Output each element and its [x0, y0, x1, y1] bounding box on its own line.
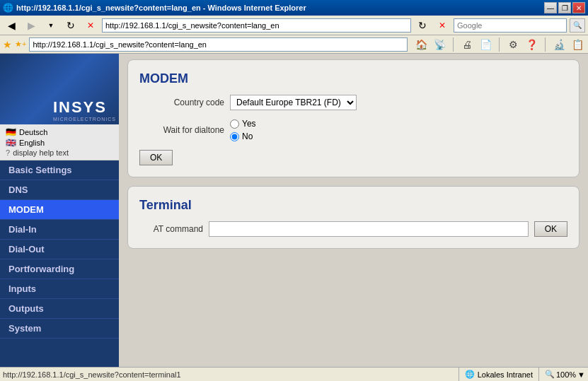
tools-icon[interactable]: ⚙: [505, 37, 521, 52]
stop-address-button[interactable]: ✕: [434, 18, 451, 33]
window-controls: — ❐ ✕: [544, 2, 585, 13]
address-bar[interactable]: http://192.168.1.1/cgi_s_newsite?content…: [102, 18, 411, 33]
no-radio[interactable]: [230, 132, 239, 141]
refresh-button[interactable]: ↻: [62, 18, 79, 33]
content-area: MODEM Country code Default Europe TBR21 …: [119, 54, 588, 367]
refresh-address-button[interactable]: ↻: [414, 18, 431, 33]
minimize-button[interactable]: —: [544, 2, 557, 13]
status-url: http://192.168.1.1/cgi_s_newsite?content…: [3, 370, 453, 379]
zoom-dropdown-icon[interactable]: ▼: [577, 370, 585, 379]
modem-ok-button[interactable]: OK: [139, 150, 173, 165]
modem-title: MODEM: [139, 71, 567, 86]
language-area: 🇩🇪 Deutsch 🇬🇧 English ? display help tex…: [0, 124, 119, 160]
sidebar-header: INSYS MICROELECTRONICS: [0, 54, 119, 124]
address-bar-row: http://192.168.1.1/cgi_s_newsite?content…: [102, 18, 585, 33]
stop-button[interactable]: ✕: [82, 18, 99, 33]
status-bar: http://192.168.1.1/cgi_s_newsite?content…: [0, 367, 588, 381]
sidebar-item-dns[interactable]: DNS: [0, 180, 119, 200]
zone-icon: 🌐: [465, 370, 475, 379]
display-help[interactable]: ? display help text: [6, 148, 113, 157]
favorites-star[interactable]: ★: [3, 39, 12, 50]
sidebar-item-portforwarding[interactable]: Portforwarding: [0, 259, 119, 279]
wait-dialtone-row: Wait for dialtone Yes No: [139, 119, 567, 141]
extra-icon[interactable]: 📋: [570, 37, 585, 52]
window-title: http://192.168.1.1/cgi_s_newsite?content…: [16, 4, 544, 12]
terminal-panel: Terminal AT command OK: [127, 186, 580, 249]
yes-radio[interactable]: [230, 119, 239, 129]
browser-icon: 🌐: [3, 3, 13, 13]
zoom-label: 100%: [556, 370, 576, 379]
at-command-input[interactable]: [209, 221, 529, 237]
no-radio-label[interactable]: No: [230, 131, 256, 141]
english-lang[interactable]: 🇬🇧 English: [6, 138, 113, 148]
terminal-title: Terminal: [139, 198, 567, 213]
sidebar-item-dial-out[interactable]: Dial-Out: [0, 240, 119, 259]
at-command-label: AT command: [139, 224, 203, 234]
add-favorites[interactable]: ★+: [15, 40, 26, 49]
toolbar-icons: 🏠 📡 🖨 📄 ⚙ ❓ 🔬 📋: [413, 37, 585, 52]
status-zone: 🌐 Lokales Intranet: [459, 368, 533, 381]
yes-label: Yes: [242, 119, 256, 129]
forward-button[interactable]: ▶: [23, 18, 40, 33]
sidebar-item-inputs[interactable]: Inputs: [0, 279, 119, 299]
page-icon[interactable]: 📄: [478, 37, 493, 52]
rss-icon[interactable]: 📡: [432, 37, 447, 52]
german-flag-icon: 🇩🇪: [6, 127, 16, 137]
home-icon[interactable]: 🏠: [413, 37, 429, 52]
no-label: No: [242, 131, 253, 141]
sidebar-item-system[interactable]: System: [0, 319, 119, 339]
insys-logo: INSYS: [53, 98, 116, 117]
zone-label: Lokales Intranet: [478, 370, 533, 379]
close-button[interactable]: ✕: [572, 2, 585, 13]
sidebar-item-dial-in[interactable]: Dial-In: [0, 220, 119, 240]
restore-button[interactable]: ❐: [558, 2, 571, 13]
title-bar: 🌐 http://192.168.1.1/cgi_s_newsite?conte…: [0, 0, 588, 16]
back-button[interactable]: ◀: [3, 18, 20, 33]
sidebar-item-outputs[interactable]: Outputs: [0, 299, 119, 319]
terminal-ok-button[interactable]: OK: [534, 221, 567, 237]
wait-dialtone-label: Wait for dialtone: [139, 125, 224, 135]
english-label: English: [19, 139, 45, 147]
question-icon: ?: [6, 148, 10, 157]
yes-radio-label[interactable]: Yes: [230, 119, 256, 129]
nav-toolbar: ◀ ▶ ▼ ↻ ✕ http://192.168.1.1/cgi_s_newsi…: [0, 16, 588, 35]
deutsch-lang[interactable]: 🇩🇪 Deutsch: [6, 127, 113, 137]
wait-dialtone-radio-group: Yes No: [230, 119, 256, 141]
main-area: INSYS MICROELECTRONICS 🇩🇪 Deutsch 🇬🇧 Eng…: [0, 54, 588, 367]
print-icon[interactable]: 🖨: [459, 37, 475, 52]
research-icon[interactable]: 🔬: [551, 37, 567, 52]
favorites-address-bar[interactable]: http://192.168.1.1/cgi_s_newsite?content…: [29, 37, 408, 52]
zoom-icon: 🔍: [545, 370, 555, 379]
sidebar-item-modem[interactable]: MODEM: [0, 200, 119, 220]
sidebar-nav: Basic Settings DNS MODEM Dial-In Dial-Ou…: [0, 160, 119, 339]
sidebar-item-basic-settings[interactable]: Basic Settings: [0, 160, 119, 180]
english-flag-icon: 🇬🇧: [6, 138, 16, 148]
at-command-row: AT command OK: [139, 221, 567, 237]
favorites-toolbar: ★ ★+ http://192.168.1.1/cgi_s_newsite?co…: [0, 35, 588, 54]
help-label: display help text: [13, 148, 69, 157]
search-button[interactable]: 🔍: [570, 18, 585, 33]
help-icon[interactable]: ❓: [524, 37, 539, 52]
search-input[interactable]: [454, 18, 567, 33]
dropdown-button[interactable]: ▼: [42, 18, 59, 33]
deutsch-label: Deutsch: [19, 128, 47, 136]
country-code-select[interactable]: Default Europe TBR21 (FD) Germany United…: [230, 95, 357, 110]
country-code-label: Country code: [139, 98, 224, 107]
country-code-row: Country code Default Europe TBR21 (FD) G…: [139, 95, 567, 110]
status-zoom: 🔍 100% ▼: [538, 368, 585, 381]
modem-panel: MODEM Country code Default Europe TBR21 …: [127, 59, 580, 177]
sidebar: INSYS MICROELECTRONICS 🇩🇪 Deutsch 🇬🇧 Eng…: [0, 54, 119, 367]
insys-sub: MICROELECTRONICS: [53, 117, 116, 122]
